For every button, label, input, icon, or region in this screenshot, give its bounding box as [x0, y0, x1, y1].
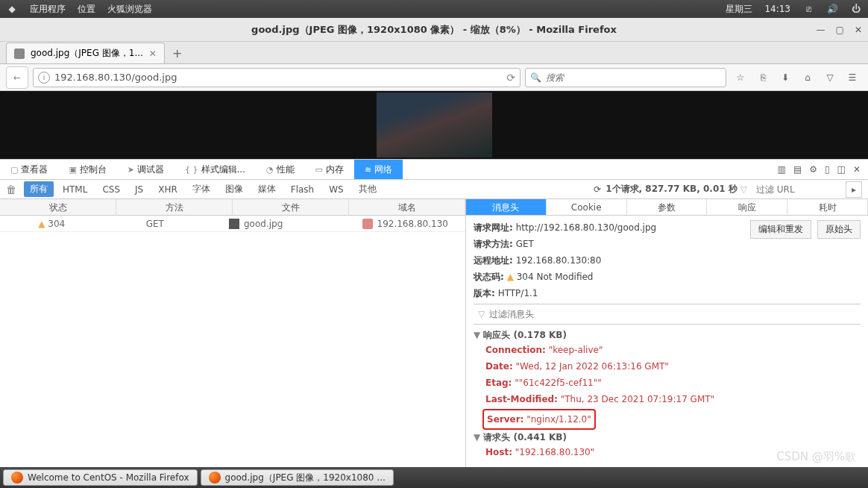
clock-time: 14:13 — [764, 4, 790, 14]
content-area — [0, 91, 868, 159]
filter-flash[interactable]: Flash — [285, 183, 320, 196]
twisty-icon-2[interactable]: ▼ — [474, 432, 480, 442]
filter-other[interactable]: 其他 — [353, 181, 383, 197]
dock-popup-icon[interactable]: ◫ — [837, 164, 846, 175]
tab-close-icon[interactable]: ✕ — [149, 49, 157, 59]
version-label: 版本: — [474, 288, 495, 298]
search-input[interactable] — [546, 72, 721, 83]
filter-headers-input[interactable] — [489, 309, 856, 319]
tab-params[interactable]: 参数 — [627, 199, 708, 215]
col-status[interactable]: 状态 — [0, 199, 116, 215]
col-file[interactable]: 文件 — [233, 199, 349, 215]
tab-strip: good.jpg（JPEG 图像，1... ✕ + — [0, 42, 868, 64]
request-url-label: 请求网址: — [474, 222, 513, 233]
network-row[interactable]: ▲ 304 GET good.jpg 192.168.80.130 — [0, 216, 465, 232]
pocket-icon[interactable]: ▽ — [823, 72, 837, 83]
h-conn-k: Connection: — [485, 345, 546, 355]
site-info-icon[interactable]: i — [38, 72, 50, 84]
memory-icon: ▭ — [315, 165, 323, 175]
console-icon: ▣ — [69, 165, 76, 175]
tab-cookies[interactable]: Cookie — [547, 199, 627, 215]
status-code-label: 状态码: — [474, 272, 504, 282]
browser-tab[interactable]: good.jpg（JPEG 图像，1... ✕ — [6, 43, 165, 63]
filter-xhr[interactable]: XHR — [152, 183, 183, 196]
bookmark-star-icon[interactable]: ☆ — [734, 72, 747, 83]
minimize-icon[interactable]: — — [817, 25, 825, 35]
edit-resend-button[interactable]: 编辑和重发 — [750, 220, 811, 239]
menu-places[interactable]: 位置 — [78, 3, 95, 16]
window-title-text: good.jpg（JPEG 图像，1920x1080 像素） - 缩放（8%） … — [251, 23, 617, 37]
filter-url-input[interactable] — [756, 184, 838, 195]
clock-day: 星期三 — [726, 3, 752, 16]
tab-style[interactable]: { }样式编辑... — [174, 160, 256, 179]
filter-ws[interactable]: WS — [323, 183, 349, 196]
h-srv-k: Server: — [487, 414, 523, 425]
save-page-icon[interactable]: ⎘ — [756, 72, 770, 83]
menu-apps[interactable]: 应用程序 — [30, 3, 66, 16]
settings-icon[interactable]: ⚙ — [809, 164, 817, 175]
tab-debugger[interactable]: ➤调试器 — [117, 160, 174, 179]
address-bar[interactable]: i ⟳ — [33, 68, 521, 87]
request-summary: 1个请求, 827.77 KB, 0.01 秒 — [606, 183, 738, 195]
volume-icon[interactable]: 🔊 — [826, 3, 838, 15]
tab-timings[interactable]: 耗时 — [787, 199, 868, 215]
h-date-k: Date: — [485, 361, 513, 372]
warning-icon: ▲ — [38, 219, 45, 229]
h-srv-v: "nginx/1.12.0" — [526, 414, 591, 425]
tab-console[interactable]: ▣控制台 — [58, 160, 116, 179]
apps-icon: ◆ — [6, 3, 18, 15]
dock-side-icon[interactable]: ▯ — [825, 164, 830, 175]
col-method[interactable]: 方法 — [116, 199, 233, 215]
filter-headers-box[interactable]: ▽ — [474, 304, 861, 325]
maximize-icon[interactable]: ▢ — [836, 25, 844, 35]
responsive-icon[interactable]: ▥ — [778, 164, 786, 175]
home-icon[interactable]: ⌂ — [801, 72, 814, 83]
close-icon[interactable]: ✕ — [855, 25, 862, 35]
twisty-icon[interactable]: ▼ — [474, 330, 480, 340]
tab-memory[interactable]: ▭内存 — [305, 160, 354, 179]
tab-headers[interactable]: 消息头 — [466, 199, 547, 215]
network-icon: ≋ — [365, 165, 371, 175]
devtools-close-icon[interactable]: ✕ — [853, 164, 861, 175]
status-warn-icon: ▲ — [507, 272, 514, 282]
tab-perf[interactable]: ◔性能 — [256, 160, 305, 179]
raw-headers-button[interactable]: 原始头 — [817, 220, 861, 239]
har-export-icon[interactable]: ▸ — [846, 181, 862, 198]
perf-icon: ◔ — [266, 165, 274, 175]
back-button[interactable]: ← — [6, 66, 28, 89]
h-date-v: "Wed, 12 Jan 2022 06:13:16 GMT" — [516, 361, 669, 372]
tab-inspector[interactable]: ▢查看器 — [0, 160, 58, 179]
debugger-icon: ➤ — [128, 165, 134, 175]
version-value: HTTP/1.1 — [498, 288, 538, 298]
filter-image[interactable]: 图像 — [219, 181, 249, 197]
menu-icon[interactable]: ☰ — [846, 72, 859, 83]
reload-icon[interactable]: ⟳ — [506, 72, 515, 84]
url-input[interactable] — [54, 72, 502, 83]
tab-response[interactable]: 响应 — [707, 199, 787, 215]
menu-browser[interactable]: 火狐浏览器 — [107, 3, 152, 16]
filter-html[interactable]: HTML — [57, 183, 93, 196]
split-console-icon[interactable]: ▤ — [793, 164, 802, 175]
clear-icon[interactable]: 🗑 — [6, 184, 16, 195]
firefox-icon — [209, 472, 221, 484]
tab-network[interactable]: ≋网络 — [354, 160, 403, 179]
watermark: CSDN @羽%歌 — [776, 450, 856, 464]
navigation-toolbar: ← i ⟳ 🔍 ☆ ⎘ ⬇ ⌂ ▽ ☰ — [0, 64, 868, 91]
network-icon[interactable]: ⎚ — [802, 3, 814, 15]
filter-js[interactable]: JS — [129, 183, 149, 196]
devtools-tabs: ▢查看器 ▣控制台 ➤调试器 { }样式编辑... ◔性能 ▭内存 ≋网络 ▥ … — [0, 160, 868, 180]
filter-css[interactable]: CSS — [96, 183, 126, 196]
filter-all[interactable]: 所有 — [24, 181, 54, 197]
progress-icon: ⟳ — [594, 184, 601, 195]
filter-media[interactable]: 媒体 — [252, 181, 282, 197]
inspector-icon: ▢ — [10, 165, 18, 175]
col-domain[interactable]: 域名 — [349, 199, 465, 215]
downloads-icon[interactable]: ⬇ — [779, 72, 792, 83]
power-icon[interactable]: ⏻ — [850, 3, 862, 15]
remote-address-label: 远程地址: — [474, 255, 513, 266]
search-bar[interactable]: 🔍 — [525, 68, 726, 87]
new-tab-button[interactable]: + — [165, 43, 189, 63]
taskbar-button-2[interactable]: good.jpg（JPEG 图像，1920x1080 ... — [201, 469, 394, 486]
filter-font[interactable]: 字体 — [186, 181, 216, 197]
taskbar-button-1[interactable]: Welcome to CentOS - Mozilla Firefox — [3, 469, 198, 486]
